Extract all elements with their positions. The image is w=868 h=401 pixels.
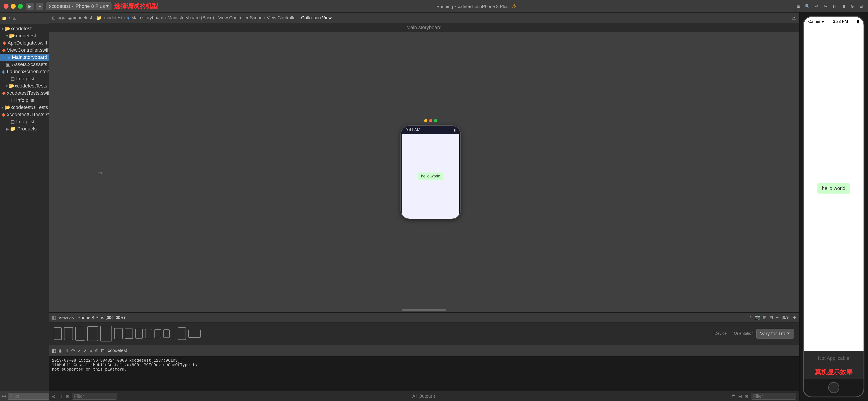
- breadcrumb-item-mainstoryboard[interactable]: Main.storyboard: [131, 15, 163, 20]
- sidebar-tool-search[interactable]: ⌖: [8, 16, 11, 21]
- console-log-2: libMobileGestalt MobileGestalt.c:890: MG…: [52, 363, 796, 367]
- device-icon-8[interactable]: [135, 329, 143, 339]
- toolbar-icon-debug[interactable]: ◧: [52, 348, 56, 353]
- folder-icon: 📂: [4, 104, 10, 110]
- zoom-out-btn[interactable]: −: [776, 315, 779, 320]
- close-button[interactable]: [4, 4, 8, 9]
- sidebar-item-xcodetest-root[interactable]: ▾ 📂 xcodetest: [0, 25, 49, 32]
- toolbar-icon-share[interactable]: ⊟: [101, 348, 105, 353]
- screenshot-icon[interactable]: 📷: [754, 315, 760, 320]
- vary-for-traits-btn[interactable]: Vary for Traits: [756, 329, 794, 339]
- sidebar-item-infoplist-2[interactable]: ◻ Info.plist: [0, 97, 49, 104]
- console-filter-input-2[interactable]: [751, 393, 796, 400]
- maximize-button[interactable]: [18, 4, 23, 9]
- sidebar-item-tests-swift[interactable]: ◆ xcodetestTests.swift: [0, 90, 49, 97]
- nav-back-arrow[interactable]: ◀: [58, 16, 61, 20]
- scheme-selector[interactable]: xcodetest › iPhone 8 Plus ▾: [46, 2, 112, 10]
- stop-button[interactable]: ■: [36, 3, 43, 10]
- toolbar-icon-inspect[interactable]: ◈: [89, 348, 93, 353]
- back-icon[interactable]: ↩: [813, 3, 820, 10]
- breadcrumb-item-collectionview[interactable]: Collection View: [301, 15, 332, 20]
- canvas-scrollbar[interactable]: [402, 309, 446, 311]
- forward-icon[interactable]: ↪: [822, 3, 829, 10]
- toolbar-icon-pause[interactable]: ⏸: [64, 348, 69, 353]
- sidebar-tool-issues[interactable]: ⚠: [12, 16, 16, 21]
- sidebar-tool-scm[interactable]: ↑: [18, 16, 20, 21]
- breadcrumb-item-base[interactable]: Main.storyboard (Base): [168, 15, 214, 20]
- grid-icon[interactable]: ⊞: [52, 15, 56, 21]
- console-log-3: not supported on this platform.: [52, 367, 796, 372]
- toolbar-icon-toggle[interactable]: ◉: [58, 348, 62, 353]
- console-trash-icon[interactable]: 🗑: [731, 394, 736, 399]
- divider: [174, 327, 174, 340]
- more-icon[interactable]: ⊟: [769, 315, 773, 320]
- toolbar-icon-4[interactable]: ⊟: [858, 3, 864, 10]
- library-icon[interactable]: ⊞: [795, 3, 802, 10]
- sidebar-item-infoplist-3[interactable]: ◻ Info.plist: [0, 118, 49, 125]
- sidebar-item-launchscreen[interactable]: ◈ LaunchScreen.storyboard: [0, 68, 49, 75]
- sidebar-item-infoplist-1[interactable]: ◻ Info.plist: [0, 75, 49, 82]
- fit-icon[interactable]: ⤢: [748, 315, 752, 320]
- device-icon-7[interactable]: [125, 329, 133, 339]
- breadcrumb-item-vc[interactable]: View Controller: [267, 15, 297, 20]
- toolbar-icon-2[interactable]: ◨: [840, 3, 846, 10]
- breadcrumb-item-vcscene[interactable]: View Controller Scene: [218, 15, 262, 20]
- phone-time: 3:23 PM: [833, 19, 848, 24]
- run-button[interactable]: ▶: [26, 3, 34, 10]
- swift-icon: ◆: [2, 40, 6, 46]
- console-clear-icon[interactable]: ⊗: [52, 394, 56, 399]
- breadcrumb-sep6: ›: [298, 15, 300, 20]
- breadcrumb-item-xcodetest[interactable]: xcodetest: [73, 15, 92, 20]
- sidebar-item-assets[interactable]: ▣ Assets.xcassets: [0, 61, 49, 68]
- device-icon-6[interactable]: [114, 328, 123, 339]
- close-dot: [429, 119, 432, 122]
- folder-icon: 📂: [8, 83, 14, 89]
- zoom-in-btn[interactable]: +: [793, 315, 796, 320]
- grid-icon-2[interactable]: ⊞: [763, 315, 767, 320]
- orientation-icon-portrait[interactable]: [178, 328, 186, 340]
- device-icon-11[interactable]: [163, 330, 170, 338]
- device-box-6: [114, 328, 123, 339]
- toolbar-icon-3[interactable]: ⊕: [849, 3, 856, 10]
- device-icon-2[interactable]: [64, 327, 73, 340]
- inspector-icon[interactable]: 🔍: [804, 3, 811, 10]
- phone-mockup: Carrier ● 3:23 PM ▮ hello world Not Appl…: [803, 16, 864, 397]
- toolbar-icon-step-over[interactable]: ↷: [71, 348, 75, 353]
- device-icon-3[interactable]: [75, 327, 85, 341]
- home-button[interactable]: [828, 382, 839, 393]
- device-box-11: [163, 330, 170, 338]
- console-filter-icon: ⊕: [66, 394, 69, 399]
- sidebar-item-viewcontroller[interactable]: ◆ ViewController.swift: [0, 47, 49, 54]
- sidebar-item-uitests-folder[interactable]: ▾ 📂 xcodetestUITests: [0, 104, 49, 111]
- sidebar-tool-folder[interactable]: 📁: [2, 16, 7, 21]
- sidebar-item-appdelegate[interactable]: ◆ AppDelegate.swift: [0, 39, 49, 47]
- sidebar-item-products[interactable]: ▶ 📁 Products: [0, 125, 49, 132]
- device-icon-9[interactable]: [145, 329, 152, 338]
- device-icon-5[interactable]: [100, 326, 112, 341]
- breadcrumb-item-project[interactable]: ◈: [68, 15, 72, 21]
- sidebar-item-main-storyboard[interactable]: ◈ Main.storyboard: [0, 54, 49, 61]
- filter-icon: ⊕: [2, 393, 6, 399]
- sidebar-item-xcodetest-folder[interactable]: ▾ 📂 xcodetest: [0, 32, 49, 39]
- console-split-icon[interactable]: ⊞: [738, 394, 742, 399]
- orientation-section-label: Orientation: [734, 331, 754, 336]
- console-pause-icon[interactable]: ⏸: [58, 394, 63, 399]
- toolbar-icon-simulate[interactable]: ⊕: [95, 348, 99, 353]
- device-icon-10[interactable]: [154, 329, 161, 338]
- sidebar-item-tests-folder[interactable]: ▾ 📂 xcodetestTests: [0, 82, 49, 90]
- device-icon-1[interactable]: [54, 328, 62, 340]
- toolbar-icon-step-out[interactable]: ↗: [83, 348, 87, 353]
- view-as-label: View as: iPhone 8 Plus (⌘C ⌘R): [58, 315, 125, 320]
- plist-icon: ◻: [11, 76, 15, 82]
- device-icon-4[interactable]: [87, 326, 98, 341]
- phone-bottom-area: [804, 379, 864, 397]
- nav-forward-arrow[interactable]: ▶: [62, 16, 65, 20]
- orientation-icon-landscape[interactable]: [188, 330, 201, 338]
- storyboard-canvas[interactable]: → 9:41 AM ▮ hello world: [49, 32, 799, 312]
- toolbar-icon-step-into[interactable]: ↙: [77, 348, 81, 353]
- minimize-button[interactable]: [11, 4, 16, 9]
- console-filter-input-1[interactable]: [72, 393, 117, 400]
- breadcrumb-item-xcodetest2[interactable]: xcodetest: [103, 15, 122, 20]
- sidebar-item-uitests-swift[interactable]: ◆ xcodetestUITests.swift: [0, 111, 49, 118]
- toolbar-icon-1[interactable]: ◧: [831, 3, 838, 10]
